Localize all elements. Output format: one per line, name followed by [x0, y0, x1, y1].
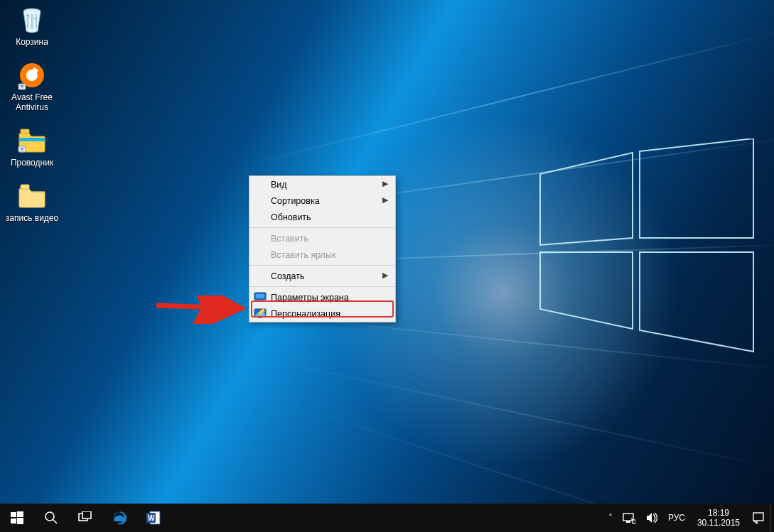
svg-rect-11	[21, 185, 29, 189]
task-view-icon	[77, 511, 93, 524]
language-label: РУС	[668, 513, 685, 523]
task-view-button[interactable]	[68, 504, 102, 532]
taskbar: W ˄ РУС 18:19 30.11.2015	[0, 504, 774, 532]
menu-separator	[249, 227, 395, 228]
svg-rect-9	[21, 129, 29, 134]
menu-item-label: Вид	[271, 180, 287, 190]
tray-network[interactable]	[618, 504, 640, 532]
tray-language[interactable]: РУС	[663, 504, 690, 532]
menu-item-paste-shortcut: Вставить ярлык	[249, 246, 395, 263]
show-desktop-button[interactable]	[770, 504, 774, 532]
menu-separator	[249, 265, 395, 266]
chevron-right-icon: ▶	[382, 195, 388, 205]
word-button[interactable]: W	[136, 504, 171, 532]
icon-label: запись видео	[4, 213, 60, 223]
svg-rect-33	[753, 513, 763, 521]
svg-rect-30	[626, 521, 630, 523]
desktop-icon-explorer[interactable]: Проводник	[4, 125, 60, 168]
edge-button[interactable]	[102, 504, 136, 532]
network-icon	[623, 511, 635, 524]
monitor-icon	[254, 291, 267, 304]
menu-item-refresh[interactable]: Обновить	[249, 209, 395, 225]
menu-item-new[interactable]: Создать ▶	[249, 268, 395, 284]
annotation-arrow	[156, 295, 263, 324]
desktop-icon-avast[interactable]: Avast Free Antivirus	[4, 60, 60, 112]
menu-item-label: Вставить ярлык	[271, 250, 336, 260]
edge-icon	[112, 510, 127, 526]
svg-rect-8	[19, 138, 45, 141]
menu-separator	[249, 286, 395, 287]
svg-marker-2	[540, 252, 633, 329]
svg-marker-3	[640, 252, 753, 352]
tray-clock[interactable]: 18:19 30.11.2015	[690, 508, 747, 528]
avast-icon	[16, 60, 48, 91]
system-tray: ˄ РУС 18:19 30.11.2015	[603, 504, 774, 532]
desktop-icons: Корзина Avast Free Antivirus Проводник з…	[4, 4, 60, 236]
context-menu: Вид ▶ Сортировка ▶ Обновить Вставить Вст…	[249, 175, 396, 322]
svg-rect-32	[633, 520, 635, 523]
tray-chevron[interactable]: ˄	[603, 504, 618, 532]
personalize-icon	[254, 308, 267, 320]
tray-notifications[interactable]	[747, 504, 770, 532]
folder-icon	[16, 180, 48, 212]
clock-time: 18:19	[697, 508, 740, 518]
svg-line-17	[156, 305, 242, 308]
volume-icon	[645, 511, 658, 524]
start-button[interactable]	[0, 504, 34, 532]
search-button[interactable]	[34, 504, 68, 532]
menu-item-paste: Вставить	[249, 230, 395, 246]
chevron-right-icon: ▶	[382, 179, 388, 188]
svg-rect-13	[256, 294, 264, 298]
svg-marker-0	[540, 153, 633, 245]
svg-marker-1	[640, 139, 753, 238]
icon-label: Корзина	[4, 37, 60, 47]
clock-date: 30.11.2015	[697, 518, 740, 528]
svg-rect-25	[82, 511, 91, 519]
svg-line-23	[53, 520, 58, 524]
menu-item-label: Обновить	[271, 212, 311, 222]
menu-item-personalization[interactable]: Персонализация	[249, 305, 395, 322]
desktop-icon-folder[interactable]: запись видео	[4, 180, 60, 223]
word-icon: W	[146, 510, 161, 526]
desktop[interactable]: Корзина Avast Free Antivirus Проводник з…	[0, 0, 774, 532]
icon-label: Проводник	[4, 158, 60, 168]
svg-rect-21	[17, 518, 23, 524]
svg-rect-16	[258, 317, 262, 318]
chevron-right-icon: ▶	[382, 271, 388, 280]
tray-volume[interactable]	[640, 504, 663, 532]
menu-item-display-settings[interactable]: Параметры экрана	[249, 289, 395, 305]
menu-item-sort[interactable]: Сортировка ▶	[249, 192, 395, 209]
svg-text:W: W	[148, 514, 155, 522]
chevron-up-icon: ˄	[608, 513, 613, 523]
svg-rect-14	[258, 300, 262, 302]
notifications-icon	[752, 511, 765, 524]
recycle-bin-icon	[16, 4, 48, 36]
windows-icon	[11, 511, 23, 524]
menu-item-label: Вставить	[271, 234, 308, 244]
desktop-icon-recycle-bin[interactable]: Корзина	[4, 4, 60, 47]
explorer-icon	[16, 125, 48, 156]
icon-label: Avast Free Antivirus	[4, 92, 60, 112]
menu-item-label: Персонализация	[271, 309, 340, 319]
menu-item-label: Создать	[271, 271, 305, 281]
menu-item-label: Сортировка	[271, 196, 320, 206]
search-icon	[44, 511, 58, 525]
svg-point-22	[45, 512, 54, 521]
menu-item-view[interactable]: Вид ▶	[249, 176, 395, 192]
svg-rect-20	[11, 519, 16, 523]
menu-item-label: Параметры экрана	[271, 293, 349, 303]
svg-rect-18	[11, 512, 16, 517]
svg-rect-19	[17, 511, 23, 517]
